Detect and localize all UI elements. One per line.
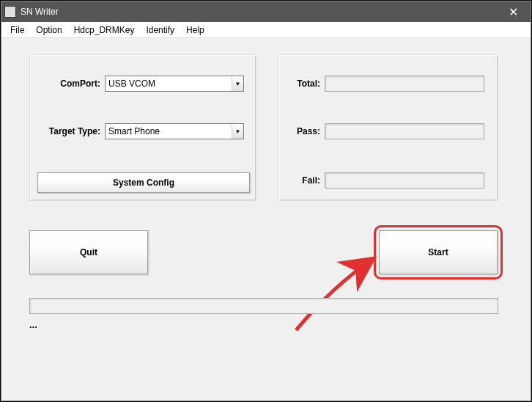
titlebar: SN Writer ✕ xyxy=(1,1,531,22)
client-area: ComPort: USB VCOM ▼ Target Type: Smart P… xyxy=(1,38,531,401)
pass-label: Pass: xyxy=(287,126,325,136)
target-type-label: Target Type: xyxy=(37,126,105,136)
app-icon xyxy=(4,6,16,18)
menubar: File Option Hdcp_DRMKey Identify Help xyxy=(1,22,531,38)
quit-button[interactable]: Quit xyxy=(29,230,148,274)
chevron-down-icon[interactable]: ▼ xyxy=(232,124,243,139)
menu-option[interactable]: Option xyxy=(30,23,67,37)
total-label: Total: xyxy=(287,78,325,89)
comport-value: USB VCOM xyxy=(106,78,232,89)
pass-field xyxy=(325,123,484,139)
target-type-value: Smart Phone xyxy=(106,126,232,136)
menu-identify[interactable]: Identify xyxy=(140,23,180,37)
system-config-button[interactable]: System Config xyxy=(37,172,250,193)
fail-field xyxy=(325,172,484,189)
progress-bar xyxy=(29,298,498,314)
config-panel: ComPort: USB VCOM ▼ Target Type: Smart P… xyxy=(29,54,256,201)
fail-label: Fail: xyxy=(287,175,325,186)
menu-help[interactable]: Help xyxy=(180,23,210,37)
menu-file[interactable]: File xyxy=(4,23,30,37)
start-button[interactable]: Start xyxy=(379,230,498,274)
target-type-combobox[interactable]: Smart Phone ▼ xyxy=(105,123,244,139)
comport-combobox[interactable]: USB VCOM ▼ xyxy=(105,76,244,92)
menu-hdcp-drmkey[interactable]: Hdcp_DRMKey xyxy=(68,23,141,37)
total-field xyxy=(325,76,484,92)
chevron-down-icon[interactable]: ▼ xyxy=(232,76,243,91)
comport-label: ComPort: xyxy=(37,78,105,89)
close-icon[interactable]: ✕ xyxy=(498,1,528,22)
stats-panel: Total: Pass: Fail: xyxy=(278,54,498,201)
arrow-annotation xyxy=(287,244,390,339)
window-title: SN Writer xyxy=(21,7,498,17)
status-text: ... xyxy=(29,319,37,330)
